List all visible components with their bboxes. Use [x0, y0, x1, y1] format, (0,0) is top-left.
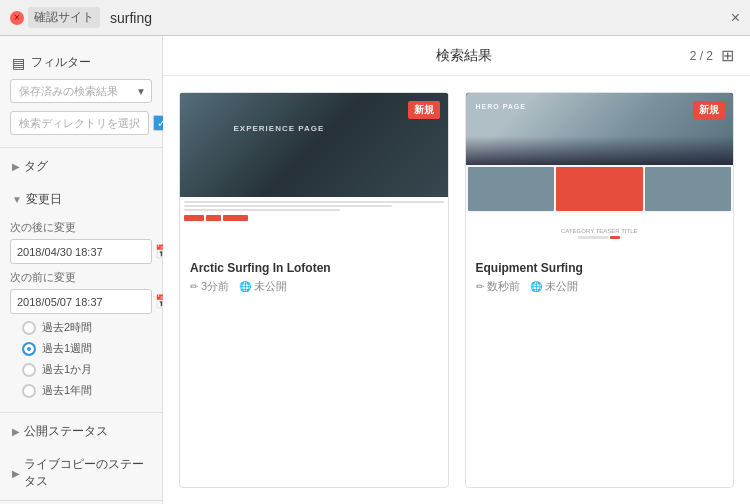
divider-2	[0, 412, 162, 413]
livecopy-status-section: ▶ ライブコピーのステータス	[0, 450, 162, 496]
card-info-arctic: Arctic Surfing In Lofoten ✏ 3分前 🌐 未公開	[180, 253, 448, 302]
content-area: 検索結果 2 / 2 ⊞ EXPERIENCE PAGE	[163, 36, 750, 504]
search-results-title: 検索結果	[239, 47, 690, 65]
thumb-eq-middle	[466, 165, 734, 213]
public-status-label: 公開ステータス	[24, 423, 108, 440]
card-badge-equipment: 新規	[693, 101, 725, 119]
thumb-line-1	[184, 201, 444, 203]
content-header: 検索結果 2 / 2 ⊞	[163, 36, 750, 76]
radio-item-2hours[interactable]: 過去2時間	[22, 320, 140, 335]
tags-arrow-icon: ▶	[12, 161, 20, 172]
thumb-bar-row	[184, 215, 444, 221]
unpublished-icon-arctic: 🌐	[239, 281, 251, 292]
saved-search-select[interactable]: 保存済みの検索結果	[10, 79, 152, 103]
saved-search-wrapper: 保存済みの検索結果 ▼	[10, 79, 152, 103]
eq-hero-text: HERO PAGE	[476, 103, 527, 110]
radio-circle-1month	[22, 363, 36, 377]
public-status-arrow-icon: ▶	[12, 426, 20, 437]
change-date-label: 変更日	[26, 191, 62, 208]
card-status-value-equipment: 未公開	[545, 279, 578, 294]
pencil-icon-equipment: ✏	[476, 281, 484, 292]
before-date-wrapper: 📅	[10, 289, 152, 314]
thumb-eq-lower: CATEGORY TEASER TITLE	[466, 213, 734, 253]
sidebar: ▤ フィルター 保存済みの検索結果 ▼ 検索ディレクトリを選択 ▶ タグ ▼	[0, 36, 163, 504]
after-date-input[interactable]	[17, 246, 155, 258]
thumb-bar-2	[206, 215, 221, 221]
filter-icon: ▤	[12, 55, 25, 71]
livecopy-status-label: ライブコピーのステータス	[24, 456, 150, 490]
dir-select[interactable]: 検索ディレクトリを選択	[10, 111, 149, 135]
filter-label: フィルター	[31, 54, 91, 71]
close-icon: ×	[14, 12, 20, 23]
change-date-section: ▼ 変更日 次の後に変更 📅 次の前に変更 📅 過去2時間	[0, 185, 162, 404]
livecopy-status-arrow-icon: ▶	[12, 468, 20, 479]
radio-circle-2hours	[22, 321, 36, 335]
date-section: 次の後に変更 📅 次の前に変更 📅 過去2時間	[0, 220, 162, 398]
main-layout: ▤ フィルター 保存済みの検索結果 ▼ 検索ディレクトリを選択 ▶ タグ ▼	[0, 36, 750, 504]
grid-view-icon[interactable]: ⊞	[721, 46, 734, 65]
pencil-icon-arctic: ✏	[190, 281, 198, 292]
dir-select-wrapper: 検索ディレクトリを選択	[10, 111, 152, 135]
eq-bar-area	[469, 236, 731, 239]
change-date-header[interactable]: ▼ 変更日	[0, 185, 162, 214]
result-count: 2 / 2	[690, 49, 713, 63]
card-time-value-equipment: 数秒前	[487, 279, 520, 294]
titlebar: × 確認サイト surfing ×	[0, 0, 750, 36]
tags-header[interactable]: ▶ タグ	[0, 152, 162, 181]
eq-bar-light	[578, 236, 608, 239]
results-grid: EXPERIENCE PAGE	[163, 76, 750, 504]
card-time-value-arctic: 3分前	[201, 279, 229, 294]
tags-label: タグ	[24, 158, 48, 175]
radio-item-1week[interactable]: 過去1週間	[22, 341, 140, 356]
livecopy-status-header[interactable]: ▶ ライブコピーのステータス	[0, 450, 162, 496]
before-label: 次の前に変更	[10, 270, 152, 285]
filter-header: ▤ フィルター	[0, 46, 162, 79]
thumb-line-3	[184, 209, 340, 211]
card-status-equipment: 🌐 未公開	[530, 279, 578, 294]
thumb-arctic-lower	[180, 197, 448, 253]
thumb-eq-mid-1	[468, 167, 555, 211]
after-label: 次の後に変更	[10, 220, 152, 235]
radio-group: 過去2時間 過去1週間 過去1か月 過去1年間	[10, 320, 152, 398]
eq-category-text: CATEGORY TEASER TITLE	[469, 228, 731, 234]
card-status-value-arctic: 未公開	[254, 279, 287, 294]
thumb-eq-overlay	[466, 136, 734, 165]
radio-circle-1year	[22, 384, 36, 398]
sidebar-bottom: キャンセル 🖫 保存	[0, 500, 162, 504]
radio-item-1year[interactable]: 過去1年間	[22, 383, 140, 398]
thumb-bar-1	[184, 215, 204, 221]
thumb-hero-text: EXPERIENCE PAGE	[234, 124, 325, 133]
card-time-equipment: ✏ 数秒前	[476, 279, 520, 294]
page-title: surfing	[110, 10, 152, 26]
window-close-button[interactable]: ×	[731, 9, 740, 27]
eq-bar-red	[610, 236, 620, 239]
card-status-arctic: 🌐 未公開	[239, 279, 287, 294]
card-info-equipment: Equipment Surfing ✏ 数秒前 🌐 未公開	[466, 253, 734, 302]
radio-item-1month[interactable]: 過去1か月	[22, 362, 140, 377]
card-title-arctic: Arctic Surfing In Lofoten	[190, 261, 438, 275]
radio-label-1year: 過去1年間	[42, 383, 92, 398]
public-status-header[interactable]: ▶ 公開ステータス	[0, 417, 162, 446]
unpublished-icon-equipment: 🌐	[530, 281, 542, 292]
result-card-equipment: HERO PAGE CATEGORY TEASER TITLE	[465, 92, 735, 488]
result-card-arctic: EXPERIENCE PAGE	[179, 92, 449, 488]
change-date-arrow-icon: ▼	[12, 194, 22, 205]
card-meta-equipment: ✏ 数秒前 🌐 未公開	[476, 279, 724, 294]
card-meta-arctic: ✏ 3分前 🌐 未公開	[190, 279, 438, 294]
thumb-eq-mid-2	[556, 167, 643, 211]
radio-circle-1week	[22, 342, 36, 356]
before-date-input[interactable]	[17, 296, 155, 308]
after-date-wrapper: 📅	[10, 239, 152, 264]
public-status-section: ▶ 公開ステータス	[0, 417, 162, 446]
radio-label-1month: 過去1か月	[42, 362, 92, 377]
titlebar-close-area: × 確認サイト	[10, 7, 100, 28]
card-thumbnail-equipment: HERO PAGE CATEGORY TEASER TITLE	[466, 93, 734, 253]
radio-label-2hours: 過去2時間	[42, 320, 92, 335]
card-thumbnail-arctic: EXPERIENCE PAGE	[180, 93, 448, 253]
card-title-equipment: Equipment Surfing	[476, 261, 724, 275]
thumb-line-2	[184, 205, 392, 207]
tags-section: ▶ タグ	[0, 152, 162, 181]
divider-1	[0, 147, 162, 148]
card-badge-arctic: 新規	[408, 101, 440, 119]
close-button[interactable]: ×	[10, 11, 24, 25]
